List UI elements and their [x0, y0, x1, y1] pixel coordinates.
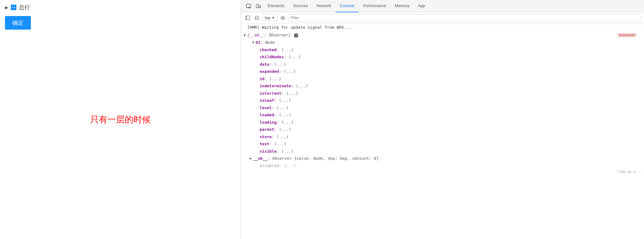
info-icon[interactable]: i [294, 33, 298, 38]
filter-input[interactable] [288, 14, 642, 22]
prop-level: level: (...) [241, 104, 644, 112]
console-output: [HMR] Waiting for update signal from WDS… [241, 23, 644, 239]
sidebar-toggle-button[interactable] [244, 14, 252, 22]
svg-rect-0 [246, 4, 251, 7]
svg-point-3 [257, 7, 258, 7]
prop-checked: checked: (...) [241, 46, 644, 54]
prop-disabled: disabled: (...) [241, 162, 644, 170]
tree-row: ▶ 总行 [0, 0, 241, 15]
left-panel: ▶ 总行 确定 只有一层的时候 [0, 0, 241, 239]
eye-icon-button[interactable] [279, 14, 287, 22]
ob-observer-line: __ob__ : Observer {value: Node, dep: Dep… [241, 155, 644, 162]
device-toolbar-icon[interactable] [253, 1, 263, 11]
tab-console[interactable]: Console [336, 0, 359, 12]
devtools-tab-bar: Elements Sources Network Console Perform… [241, 0, 644, 12]
watermark: CSDN @A &... [241, 169, 644, 175]
tab-elements[interactable]: Elements [263, 0, 289, 12]
prop-isleaf: isLeaf: (...) [241, 97, 644, 104]
prop-text: text: (...) [241, 140, 644, 148]
prop-loading: loading: (...) [241, 119, 644, 126]
prop-expanded: expanded: (...) [241, 68, 644, 75]
tab-memory[interactable]: Memory [391, 0, 414, 12]
svg-point-4 [260, 7, 260, 7]
node-expand-arrow[interactable] [252, 40, 254, 45]
prop-store: store: (...) [241, 133, 644, 141]
tree-expand-arrow[interactable]: ▶ [5, 5, 8, 10]
node-key: 01 [256, 39, 261, 46]
inspect-element-icon[interactable] [244, 1, 253, 11]
prop-visible: visible: (...) [241, 148, 644, 155]
right-string-value: '@@@@@@@' [616, 33, 638, 37]
prop-id: id: (...) [241, 75, 644, 83]
object-root-line: {__ob__: Observer} i '@@@@@@@' [241, 32, 644, 39]
ob-expand-arrow[interactable] [250, 156, 252, 161]
prop-loaded: loaded: (...) [241, 111, 644, 119]
object-expand-arrow[interactable] [244, 33, 246, 38]
tab-app[interactable]: App [414, 0, 429, 12]
clear-console-button[interactable] [253, 14, 261, 22]
tab-network[interactable]: Network [312, 0, 336, 12]
prop-parent: parent: (...) [241, 126, 644, 133]
object-label: {__ob__: Observer} i [247, 33, 299, 38]
node-01-line: 01 : Node [241, 39, 644, 46]
tab-sources[interactable]: Sources [289, 0, 312, 12]
prop-data: data: (...) [241, 61, 644, 68]
console-toolbar: top ▼ [241, 12, 644, 23]
tab-performance[interactable]: Performance [359, 0, 390, 12]
confirm-button[interactable]: 确定 [5, 16, 31, 30]
context-dropdown-arrow: ▼ [272, 16, 275, 19]
center-annotation: 只有一层的时候 [90, 114, 151, 126]
svg-point-9 [282, 17, 283, 19]
tree-node-label: 总行 [19, 4, 30, 11]
prop-indeterminate: indeterminate: (...) [241, 82, 644, 90]
hmr-log-line: [HMR] Waiting for update signal from WDS… [241, 23, 644, 32]
context-label: top [265, 15, 270, 20]
tree-checkbox[interactable] [11, 5, 16, 10]
devtools-panel: Elements Sources Network Console Perform… [241, 0, 644, 239]
prop-childnodes: childNodes: (...) [241, 53, 644, 61]
prop-iscurrent: isCurrent: (...) [241, 90, 644, 97]
svg-rect-5 [246, 16, 250, 20]
context-selector[interactable]: top ▼ [262, 14, 278, 21]
